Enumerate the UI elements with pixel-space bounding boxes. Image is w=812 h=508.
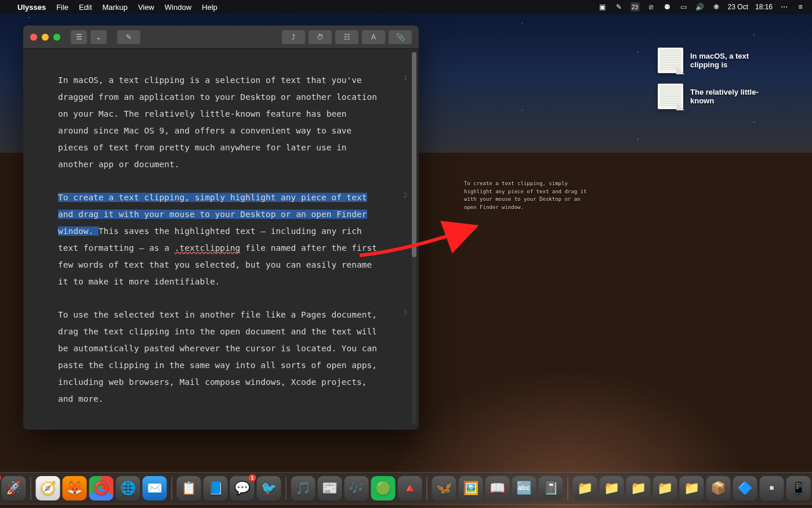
desktop-clipping-1[interactable]: In macOS, a text clipping is (658, 48, 777, 73)
menu-window[interactable]: Window (165, 3, 191, 12)
dock: 🔵⚙️📊•🚀🧭🦊⭕🌐✉️📋📘💬1🐦🎵📰🎶🟢🔺🦋🖼️📖🔤📓📁📁📁📁📁📦🔷▫️📱📁💾… (0, 472, 812, 505)
folder3-glyph: 📁 (630, 481, 646, 496)
dock-separator (568, 477, 568, 500)
dock-app2-icon[interactable]: 📘 (204, 476, 228, 500)
app3-glyph: 🔷 (737, 481, 753, 496)
status-tool-icon[interactable]: ✎ (614, 2, 624, 12)
status-wifi-icon[interactable]: ⚉ (663, 2, 672, 12)
dock-folder4-icon[interactable]: 📁 (653, 476, 677, 500)
firefox-glyph: 🦊 (67, 481, 82, 496)
editor-area[interactable]: In macOS, a text clipping is a selection… (23, 49, 419, 430)
editor-scrollbar[interactable] (412, 51, 416, 424)
folder4-glyph: 📁 (657, 481, 673, 496)
menu-file[interactable]: File (56, 3, 68, 12)
dock-photo-icon[interactable]: 🖼️ (459, 476, 483, 500)
status-airplay-icon[interactable]: ⎚ (647, 2, 656, 12)
butterfly-glyph: 🦋 (436, 481, 452, 496)
view-dropdown-button[interactable]: ⌄ (90, 30, 107, 44)
dock-butterfly-icon[interactable]: 🦋 (432, 476, 456, 500)
dock-separator (31, 477, 31, 500)
folder5-glyph: 📁 (684, 481, 699, 496)
status-sync-icon[interactable]: ❋ (712, 2, 721, 12)
dock-app4-icon[interactable]: ▫️ (760, 476, 784, 500)
dock-folder1-icon[interactable]: 📁 (573, 476, 597, 500)
status-calendar-icon[interactable]: 23 (630, 2, 640, 12)
photo-glyph: 🖼️ (463, 481, 478, 496)
status-date[interactable]: 23 Oct (728, 3, 748, 11)
window-titlebar[interactable]: ☰ ⌄ ✎ ⤴ ⏱ ☷ A 📎 (23, 26, 419, 49)
app-menu[interactable]: Ulysses (17, 3, 46, 12)
reader-glyph: 📖 (490, 481, 505, 496)
menu-view[interactable]: View (138, 3, 154, 12)
tweetbot-glyph: 🐦 (261, 481, 277, 496)
fonts-glyph: 🔤 (516, 481, 532, 496)
attachment-button[interactable]: 📎 (389, 30, 412, 44)
dock-folder5-icon[interactable]: 📁 (680, 476, 704, 500)
zoom-button[interactable] (53, 34, 60, 41)
traffic-lights (30, 34, 60, 41)
para-num-2: 2 (403, 189, 407, 202)
menu-help[interactable]: Help (202, 3, 217, 12)
timer-button[interactable]: ⏱ (309, 30, 332, 44)
paragraph-1[interactable]: In macOS, a text clipping is a selection… (58, 72, 378, 173)
onenote-glyph: 📓 (543, 481, 559, 496)
dock-app3-icon[interactable]: 🔷 (733, 476, 757, 500)
status-more-icon[interactable]: ⋯ (780, 2, 789, 12)
dock-itunes-icon[interactable]: 🎶 (345, 476, 369, 500)
dock-launchpad-icon[interactable]: 🚀 (2, 476, 26, 500)
dock-app1-icon[interactable]: 📋 (177, 476, 201, 500)
dock-folder3-icon[interactable]: 📁 (626, 476, 651, 500)
spell-error[interactable]: .textclipping (175, 243, 241, 253)
mail-glyph: ✉️ (147, 481, 162, 496)
dock-music-icon[interactable]: 🎵 (291, 476, 316, 500)
textclipping-icon (658, 48, 683, 73)
dock-fonts-icon[interactable]: 🔤 (512, 476, 536, 500)
paragraph-1-text: In macOS, a text clipping is a selection… (58, 75, 377, 169)
compose-button[interactable]: ✎ (117, 30, 140, 44)
paragraph-3[interactable]: To use the selected text in another file… (58, 307, 378, 408)
dock-tweetbot-icon[interactable]: 🐦 (257, 476, 281, 500)
dock-slack-icon[interactable]: 💬1 (230, 476, 255, 500)
dock-firefox-icon[interactable]: 🦊 (63, 476, 87, 500)
menu-edit[interactable]: Edit (79, 3, 92, 12)
status-display-icon[interactable]: ▣ (598, 2, 607, 12)
status-list-icon[interactable]: ≡ (796, 2, 805, 12)
dock-app5-icon[interactable]: 📱 (786, 476, 811, 500)
status-volume-icon[interactable]: 🔊 (695, 2, 705, 12)
folder2-glyph: 📁 (604, 481, 619, 496)
app1-glyph: 📋 (181, 481, 197, 496)
itunes-glyph: 🎶 (349, 481, 364, 496)
list-button[interactable]: ☷ (335, 30, 358, 44)
dock-chrome-icon[interactable]: ⭕ (89, 476, 114, 500)
desktop-clipping-2[interactable]: The relatively little-known (658, 84, 777, 109)
paragraph-2[interactable]: To create a text clipping, simply highli… (58, 189, 378, 290)
dock-folder2-icon[interactable]: 📁 (600, 476, 624, 500)
dock-dropbox-icon[interactable]: 📦 (706, 476, 731, 500)
sidebar-toggle-button[interactable]: ☰ (71, 30, 87, 44)
dock-spotify-icon[interactable]: 🟢 (371, 476, 396, 500)
dock-browser2-icon[interactable]: 🌐 (116, 476, 140, 500)
status-battery-icon[interactable]: ▭ (679, 2, 688, 12)
minimize-button[interactable] (42, 34, 49, 41)
dock-onenote-icon[interactable]: 📓 (539, 476, 563, 500)
safari-glyph: 🧭 (40, 481, 56, 496)
dock-news-icon[interactable]: 📰 (318, 476, 342, 500)
status-time[interactable]: 18:16 (755, 3, 773, 11)
slack-glyph: 💬 (234, 481, 250, 496)
menu-markup[interactable]: Markup (103, 3, 128, 12)
news-glyph: 📰 (322, 481, 338, 496)
drag-preview-text: To create a text clipping, simply highli… (464, 180, 592, 211)
scrollbar-thumb[interactable] (412, 52, 416, 257)
vlc-glyph: 🔺 (402, 481, 418, 496)
dock-separator (427, 477, 427, 500)
dock-reader-icon[interactable]: 📖 (485, 476, 510, 500)
typography-button[interactable]: A (362, 30, 385, 44)
browser2-glyph: 🌐 (120, 481, 136, 496)
dock-mail-icon[interactable]: ✉️ (143, 476, 167, 500)
textclipping-icon (658, 84, 683, 109)
close-button[interactable] (30, 34, 37, 41)
share-button[interactable]: ⤴ (282, 30, 305, 44)
dock-badge: • (0, 474, 1, 481)
dock-vlc-icon[interactable]: 🔺 (398, 476, 422, 500)
dock-safari-icon[interactable]: 🧭 (36, 476, 60, 500)
